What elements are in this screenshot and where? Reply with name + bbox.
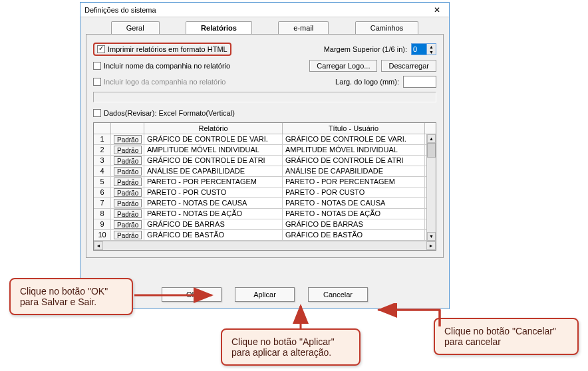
table-row: 8PadrãoPARETO - NOTAS DE AÇÃOPARETO - NO… [94, 209, 436, 219]
column-header-report[interactable]: Relatório [144, 123, 283, 134]
column-header-btn[interactable] [111, 123, 144, 134]
row-default-cell: Padrão [111, 198, 144, 209]
window-title: Definições do sistema [84, 6, 428, 14]
row-report-cell[interactable]: PARETO - NOTAS DE AÇÃO [144, 209, 283, 219]
row-report-cell[interactable]: PARETO - POR CUSTO [144, 187, 283, 198]
default-button[interactable]: Padrão [114, 220, 142, 229]
reports-table: Relatório Título - Usuário 1PadrãoGRÁFIC… [93, 122, 436, 251]
review-data-checkbox[interactable] [93, 109, 101, 117]
row-title-cell[interactable]: GRÁFICO DE BASTÃO [283, 230, 425, 241]
row-title-cell[interactable]: PARETO - POR PERCENTAGEM [283, 177, 425, 187]
table-row: 6PadrãoPARETO - POR CUSTOPARETO - POR CU… [94, 187, 436, 198]
logo-preview-bar [93, 92, 436, 102]
include-company-name-label: Incluir nome da companhia no relatório [104, 62, 230, 70]
row-default-cell: Padrão [111, 187, 144, 198]
cancel-button[interactable]: Cancelar [308, 287, 368, 302]
button-bar: OK Aplicar Cancelar [80, 287, 449, 302]
row-report-cell[interactable]: ANÁLISE DE CAPABILIDADE [144, 166, 283, 177]
callout-ok-line1: Clique no botão "OK" [20, 286, 122, 297]
row-report-cell[interactable]: PARETO - POR PERCENTAGEM [144, 177, 283, 187]
row-report-cell[interactable]: GRÁFICO DE BARRAS [144, 219, 283, 230]
scroll-left-icon[interactable]: ◄ [94, 241, 103, 250]
review-data-label: Dados(Revisar): Excel Formato(Vertical) [104, 109, 235, 117]
row-title-cell[interactable]: AMPLITUDE MÓVEL INDIVIDUAL [283, 145, 425, 156]
include-company-name-checkbox[interactable] [93, 62, 101, 70]
print-html-checkbox[interactable] [97, 45, 105, 53]
row-title-cell[interactable]: GRÁFICO DE BARRAS [283, 219, 425, 230]
include-company-logo-row: Incluir logo da companhia no relatório [93, 78, 225, 86]
print-html-label: Imprimir relatórios em formato HTML [108, 45, 227, 53]
scroll-down-icon[interactable]: ▼ [427, 232, 436, 241]
default-button[interactable]: Padrão [114, 135, 142, 144]
default-button[interactable]: Padrão [114, 167, 142, 176]
row-number: 6 [94, 187, 111, 198]
include-company-logo-checkbox[interactable] [93, 78, 101, 86]
row-title-cell[interactable]: ANÁLISE DE CAPABILIDADE [283, 166, 425, 177]
row-number: 5 [94, 177, 111, 187]
horizontal-scrollbar[interactable]: ◄ ► [94, 241, 436, 250]
table-row: 2PadrãoAMPLITUDE MÓVEL INDIVIDUALAMPLITU… [94, 145, 436, 156]
table-row: 7PadrãoPARETO - NOTAS DE CAUSAPARETO - N… [94, 198, 436, 209]
row-title-cell[interactable]: PARETO - NOTAS DE AÇÃO [283, 209, 425, 219]
spin-down-icon[interactable]: ▼ [427, 49, 436, 55]
scroll-up-icon[interactable]: ▲ [427, 134, 436, 143]
row-default-cell: Padrão [111, 166, 144, 177]
callout-cancel-line1: Clique no botão "Cancelar" [444, 326, 568, 336]
tab-email[interactable]: e-mail [278, 21, 329, 34]
system-settings-dialog: Definições do sistema ✕ Geral Relatórios… [80, 2, 450, 309]
callout-apply-line1: Clique no botão "Aplicar" [231, 336, 350, 347]
print-html-highlight: Imprimir relatórios em formato HTML [93, 43, 231, 56]
row-report-cell[interactable]: GRÁFICO DE CONTROLE DE VARI. [144, 134, 283, 145]
default-button[interactable]: Padrão [114, 188, 142, 197]
top-margin-spinner[interactable]: ▲ ▼ [411, 43, 436, 55]
default-button[interactable]: Padrão [114, 146, 142, 154]
scroll-right-icon[interactable]: ► [426, 241, 436, 250]
row-number: 4 [94, 166, 111, 177]
table-row: 4PadrãoANÁLISE DE CAPABILIDADEANÁLISE DE… [94, 166, 436, 177]
callout-apply: Clique no botão "Aplicar" para aplicar a… [221, 328, 361, 366]
row-report-cell[interactable]: AMPLITUDE MÓVEL INDIVIDUAL [144, 145, 283, 156]
table-row: 9PadrãoGRÁFICO DE BARRASGRÁFICO DE BARRA… [94, 219, 436, 230]
default-button[interactable]: Padrão [114, 231, 142, 239]
unload-logo-button[interactable]: Descarregar [381, 60, 436, 72]
column-header-title[interactable]: Título - Usuário [283, 123, 425, 134]
row-title-cell[interactable]: PARETO - NOTAS DE CAUSA [283, 198, 425, 209]
spin-up-icon[interactable]: ▲ [427, 44, 436, 49]
row-default-cell: Padrão [111, 134, 144, 145]
column-header-num[interactable] [94, 123, 111, 134]
tab-relatorios[interactable]: Relatórios [186, 21, 252, 34]
top-margin-input[interactable] [412, 44, 426, 55]
row-number: 1 [94, 134, 111, 145]
row-number: 7 [94, 198, 111, 209]
row-report-cell[interactable]: GRÁFICO DE CONTROLE DE ATRI [144, 156, 283, 166]
tab-geral[interactable]: Geral [111, 21, 160, 34]
callout-cancel-line2: para cancelar [444, 336, 568, 347]
row-title-cell[interactable]: GRÁFICO DE CONTROLE DE VARI. [283, 134, 425, 145]
default-button[interactable]: Padrão [114, 209, 142, 218]
row-title-cell[interactable]: PARETO - POR CUSTO [283, 187, 425, 198]
row-number: 3 [94, 156, 111, 166]
callout-cancel: Clique no botão "Cancelar" para cancelar [434, 318, 579, 355]
default-button[interactable]: Padrão [114, 178, 142, 186]
ok-button[interactable]: OK [162, 287, 221, 302]
apply-button[interactable]: Aplicar [235, 287, 295, 302]
include-company-name-row: Incluir nome da companhia no relatório [93, 62, 230, 70]
scroll-thumb[interactable] [427, 143, 436, 158]
vertical-scrollbar[interactable]: ▲ ▼ [426, 134, 436, 241]
row-report-cell[interactable]: PARETO - NOTAS DE CAUSA [144, 198, 283, 209]
top-margin-label: Margem Superior (1/6 in): [324, 45, 407, 53]
row-report-cell[interactable]: GRÁFICO DE BASTÃO [144, 230, 283, 241]
review-data-row: Dados(Revisar): Excel Formato(Vertical) [93, 109, 235, 117]
row-number: 9 [94, 219, 111, 230]
tab-strip: Geral Relatórios e-mail Caminhos [86, 21, 444, 34]
tab-caminhos[interactable]: Caminhos [355, 21, 419, 34]
logo-width-input[interactable] [403, 76, 436, 88]
table-row: 1PadrãoGRÁFICO DE CONTROLE DE VARI.GRÁFI… [94, 134, 436, 145]
load-logo-button[interactable]: Carregar Logo... [309, 60, 377, 72]
close-icon[interactable]: ✕ [428, 4, 446, 16]
default-button[interactable]: Padrão [114, 156, 142, 165]
row-number: 10 [94, 230, 111, 241]
table-row: 10PadrãoGRÁFICO DE BASTÃOGRÁFICO DE BAST… [94, 230, 436, 241]
default-button[interactable]: Padrão [114, 199, 142, 207]
row-title-cell[interactable]: GRÁFICO DE CONTROLE DE ATRI [283, 156, 425, 166]
